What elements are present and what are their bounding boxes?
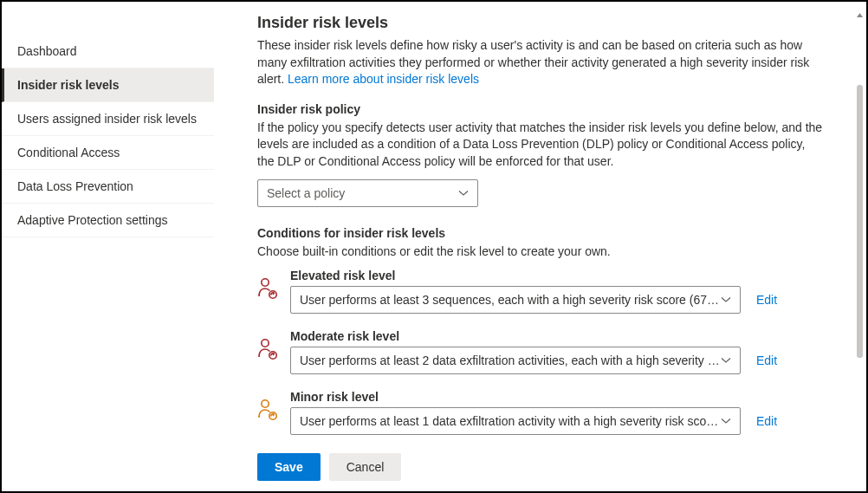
page-description: These insider risk levels define how ris… <box>257 37 825 88</box>
policy-select-placeholder: Select a policy <box>267 186 345 200</box>
svg-point-0 <box>262 279 269 286</box>
nav-data-loss-prevention[interactable]: Data Loss Prevention <box>2 170 214 204</box>
chevron-down-icon <box>458 188 469 198</box>
moderate-risk-icon <box>257 338 278 360</box>
main-content: Insider risk levels These insider risk l… <box>214 2 866 491</box>
chevron-down-icon <box>721 355 731 366</box>
minor-edit-link[interactable]: Edit <box>756 414 777 428</box>
conditions-title: Conditions for insider risk levels <box>257 226 825 240</box>
minor-label: Minor risk level <box>290 390 825 404</box>
elevated-risk-icon <box>257 277 278 300</box>
moderate-condition-value: User performs at least 2 data exfiltrati… <box>300 354 721 367</box>
chevron-down-icon <box>721 416 731 426</box>
risk-level-elevated: Elevated risk level User performs at lea… <box>257 269 825 314</box>
chevron-down-icon <box>721 295 731 305</box>
policy-description: If the policy you specify detects user a… <box>257 120 825 171</box>
risk-level-minor: Minor risk level User performs at least … <box>257 390 825 435</box>
scroll-up-icon[interactable] <box>857 7 863 13</box>
learn-more-link[interactable]: Learn more about insider risk levels <box>288 72 479 86</box>
sidebar: Dashboard Insider risk levels Users assi… <box>2 2 214 491</box>
nav-insider-risk-levels[interactable]: Insider risk levels <box>2 68 214 102</box>
elevated-label: Elevated risk level <box>290 269 825 282</box>
nav-adaptive-protection-settings[interactable]: Adaptive Protection settings <box>2 204 214 237</box>
scrollbar[interactable] <box>857 7 863 486</box>
scroll-thumb[interactable] <box>857 85 863 358</box>
nav-dashboard[interactable]: Dashboard <box>2 35 214 68</box>
policy-select[interactable]: Select a policy <box>257 179 478 207</box>
moderate-edit-link[interactable]: Edit <box>756 354 777 367</box>
cancel-button[interactable]: Cancel <box>329 453 402 481</box>
svg-point-6 <box>262 400 269 407</box>
svg-point-3 <box>262 340 269 347</box>
footer-actions: Save Cancel <box>257 444 849 481</box>
minor-condition-value: User performs at least 1 data exfiltrati… <box>300 414 721 428</box>
moderate-condition-select[interactable]: User performs at least 2 data exfiltrati… <box>290 347 741 374</box>
moderate-label: Moderate risk level <box>290 329 825 343</box>
minor-condition-select[interactable]: User performs at least 1 data exfiltrati… <box>290 407 741 435</box>
policy-title: Insider risk policy <box>257 102 825 116</box>
nav-conditional-access[interactable]: Conditional Access <box>2 136 214 170</box>
page-title: Insider risk levels <box>257 14 825 32</box>
elevated-condition-select[interactable]: User performs at least 3 sequences, each… <box>290 286 741 314</box>
nav-users-assigned[interactable]: Users assigned insider risk levels <box>2 102 214 136</box>
elevated-condition-value: User performs at least 3 sequences, each… <box>300 293 721 307</box>
risk-level-moderate: Moderate risk level User performs at lea… <box>257 329 825 374</box>
elevated-edit-link[interactable]: Edit <box>756 293 777 307</box>
minor-risk-icon <box>257 399 278 421</box>
save-button[interactable]: Save <box>257 453 321 481</box>
conditions-description: Choose built-in conditions or edit the r… <box>257 243 825 261</box>
